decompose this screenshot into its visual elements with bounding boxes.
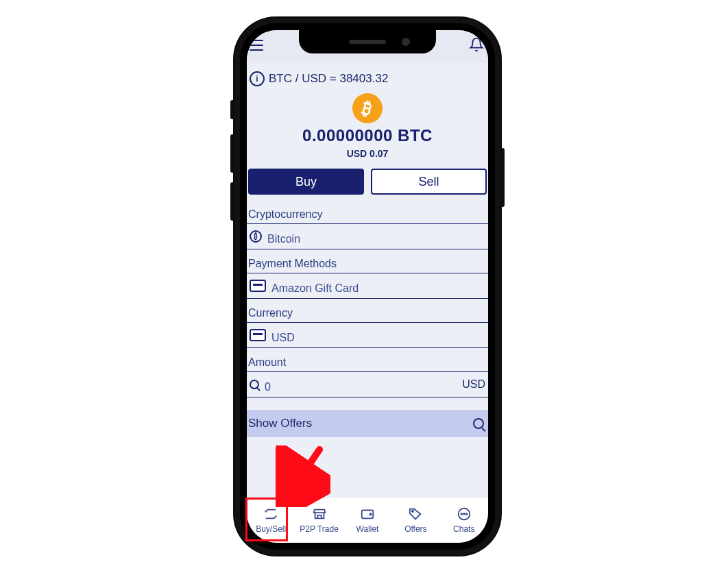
- wallet-icon: [360, 506, 375, 522]
- currency-label: Currency: [247, 303, 488, 322]
- volume-up-button: [230, 134, 234, 173]
- annotation-arrow-icon: [276, 445, 330, 507]
- search-icon: [473, 418, 484, 429]
- currency-value: USD: [271, 332, 295, 344]
- cryptocurrency-value: Bitcoin: [267, 233, 300, 245]
- svg-point-1: [370, 513, 371, 515]
- exchange-rate-row: i BTC / USD = 38403.32: [247, 69, 488, 93]
- front-camera: [402, 38, 410, 46]
- nav-wallet[interactable]: Wallet: [347, 506, 388, 534]
- payment-method-value: Amazon Gift Card: [271, 282, 359, 295]
- currency-field-group: Currency USD: [247, 303, 488, 348]
- nav-chats[interactable]: Chats: [444, 506, 485, 534]
- show-offers-label: Show Offers: [248, 417, 312, 430]
- sell-button-label: Sell: [418, 175, 439, 189]
- nav-p2p-label: P2P Trade: [300, 524, 338, 534]
- svg-point-2: [412, 511, 413, 512]
- card-icon: [250, 329, 266, 341]
- nav-p2p-trade[interactable]: P2P Trade: [299, 506, 340, 534]
- nav-offers-label: Offers: [404, 524, 426, 534]
- buy-sell-toggle: Buy Sell: [247, 169, 488, 204]
- tag-icon: [408, 506, 423, 522]
- cryptocurrency-label: Cryptocurrency: [247, 204, 488, 223]
- amount-input[interactable]: 0 USD: [247, 371, 488, 397]
- svg-point-4: [461, 513, 462, 515]
- balance-fiat: USD 0.07: [247, 148, 488, 159]
- amount-label: Amount: [247, 352, 488, 371]
- nav-offers[interactable]: Offers: [395, 506, 436, 534]
- phone-frame: i BTC / USD = 38403.32 ₿ 0.00000000 BTC …: [234, 18, 500, 555]
- sell-button[interactable]: Sell: [371, 169, 487, 195]
- svg-point-6: [466, 513, 468, 515]
- amount-suffix: USD: [462, 378, 485, 391]
- volume-down-button: [230, 182, 234, 221]
- store-icon: [312, 506, 327, 522]
- info-icon[interactable]: i: [250, 71, 265, 86]
- currency-selector[interactable]: USD: [247, 322, 488, 348]
- show-offers-button[interactable]: Show Offers: [247, 410, 488, 437]
- card-icon: [250, 280, 266, 292]
- payment-label: Payment Methods: [247, 254, 488, 273]
- speaker-slot: [349, 40, 386, 44]
- cryptocurrency-selector[interactable]: ₿ Bitcoin: [247, 223, 488, 249]
- notch: [299, 30, 436, 53]
- amount-value: 0: [265, 381, 271, 393]
- balance-crypto: 0.00000000 BTC: [247, 126, 488, 145]
- svg-line-7: [288, 450, 319, 496]
- nav-chats-label: Chats: [453, 524, 474, 534]
- svg-point-5: [463, 513, 465, 515]
- cryptocurrency-field-group: Cryptocurrency ₿ Bitcoin: [247, 204, 488, 249]
- payment-method-selector[interactable]: Amazon Gift Card: [247, 273, 488, 299]
- bitcoin-icon: ₿: [349, 90, 386, 127]
- buy-button-label: Buy: [295, 175, 317, 189]
- search-icon: [250, 380, 259, 389]
- mute-switch: [230, 100, 234, 119]
- amount-field-group: Amount 0 USD: [247, 352, 488, 397]
- app-body: i BTC / USD = 38403.32 ₿ 0.00000000 BTC …: [247, 63, 488, 437]
- buy-button[interactable]: Buy: [248, 169, 364, 195]
- power-button: [500, 148, 505, 207]
- nav-wallet-label: Wallet: [356, 524, 379, 534]
- chat-icon: [457, 506, 472, 522]
- payment-field-group: Payment Methods Amazon Gift Card: [247, 254, 488, 299]
- exchange-rate-text: BTC / USD = 38403.32: [269, 72, 388, 86]
- bitcoin-mini-icon: ₿: [250, 230, 262, 243]
